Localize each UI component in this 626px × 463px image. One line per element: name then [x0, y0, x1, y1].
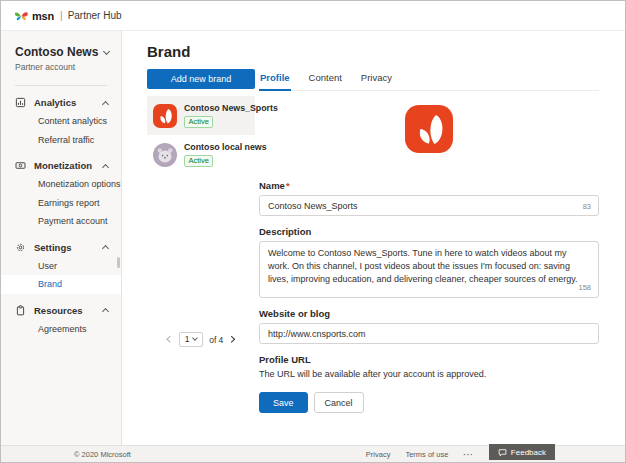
website-label: Website or blog [259, 308, 599, 319]
brand-logo-sports-icon [153, 104, 177, 128]
feedback-label: Feedback [511, 448, 546, 457]
website-input[interactable]: http://www.cnsports.com [259, 323, 599, 344]
sidebar-section-monetization[interactable]: Monetization [1, 156, 121, 175]
feedback-button[interactable]: Feedback [489, 444, 555, 460]
name-field: Name* Contoso News_Sports 83 [259, 180, 599, 216]
sidebar-item-referral-traffic[interactable]: Referral traffic [1, 131, 121, 150]
name-value: Contoso News_Sports [268, 201, 358, 211]
tab-content[interactable]: Content [308, 69, 343, 91]
sidebar-nav: Analytics Content analytics Referral tra… [1, 93, 121, 338]
brand-list-item[interactable]: Contoso News_Sports Active [147, 96, 255, 135]
header-separator: | [60, 10, 63, 21]
profile-url-field: Profile URL The URL will be available af… [259, 354, 599, 379]
copyright-text: © 2020 Microsoft [74, 450, 131, 459]
app-footer: © 2020 Microsoft Privacy Terms of use ··… [1, 445, 625, 462]
sidebar-section-settings[interactable]: Settings [1, 238, 121, 257]
tab-strip: Profile Content Privacy [259, 69, 599, 91]
page-title: Brand [147, 43, 625, 60]
account-name: Contoso News [15, 45, 98, 59]
description-field: Description Welcome to Contoso News_Spor… [259, 226, 599, 298]
sidebar-scrollbar-thumb[interactable] [117, 257, 120, 268]
sidebar-item-content-analytics[interactable]: Content analytics [1, 112, 121, 131]
form-actions: Save Cancel [259, 392, 599, 413]
chevron-up-icon [102, 308, 109, 315]
brand-name: Contoso local news [184, 142, 249, 152]
footer-links: Privacy Terms of use ··· Feedback [366, 446, 555, 462]
status-badge: Active [184, 155, 213, 168]
sidebar-section-analytics[interactable]: Analytics [1, 93, 121, 112]
app-header: msn | Partner Hub [1, 1, 625, 31]
account-type: Partner account [15, 62, 109, 72]
chevron-down-icon [193, 335, 198, 340]
required-mark: * [286, 180, 290, 191]
description-label: Description [259, 226, 599, 237]
chevron-down-icon [103, 47, 110, 54]
app-body: Contoso News Partner account Analytics C… [1, 31, 625, 445]
msn-wordmark: msn [32, 10, 54, 22]
privacy-link[interactable]: Privacy [366, 450, 391, 459]
analytics-icon [15, 97, 26, 108]
status-badge: Active [184, 116, 213, 129]
pagination-page-select[interactable]: 1 [179, 332, 204, 347]
website-value: http://www.cnsports.com [268, 329, 366, 339]
section-label: Analytics [34, 97, 76, 108]
chevron-up-icon [102, 100, 109, 107]
label-text: Name [259, 180, 285, 191]
sidebar-section-resources[interactable]: Resources [1, 301, 121, 320]
brand-logo-sports-icon [405, 105, 453, 153]
brand-name: Contoso News_Sports [184, 103, 249, 113]
brand-meta: Contoso local news Active [184, 142, 249, 167]
sidebar-item-brand[interactable]: Brand [1, 275, 121, 294]
pagination-current-page: 1 [185, 334, 190, 344]
monetization-icon [15, 160, 26, 171]
sidebar-item-monetization-options[interactable]: Monetization options [1, 175, 121, 194]
brand-list-item[interactable]: Contoso local news Active [147, 135, 255, 174]
section-label: Resources [34, 305, 83, 316]
section-label: Monetization [34, 160, 92, 171]
settings-gear-icon [15, 242, 26, 253]
brand-meta: Contoso News_Sports Active [184, 103, 249, 128]
brand-columns: Add new brand Contoso News_Sports Active [147, 69, 625, 413]
brand-list-column: Add new brand Contoso News_Sports Active [147, 69, 255, 351]
website-field: Website or blog http://www.cnsports.com [259, 308, 599, 344]
profile-url-note: The URL will be available after your acc… [259, 369, 599, 379]
save-button[interactable]: Save [259, 392, 308, 413]
name-char-counter: 83 [583, 202, 591, 211]
terms-of-use-link[interactable]: Terms of use [405, 450, 448, 459]
pagination-next-icon[interactable] [228, 336, 234, 342]
brand-pagination: 1 of 4 [147, 332, 255, 351]
brand-profile-panel: Profile Content Privacy Name* [259, 69, 625, 413]
sidebar-divider [15, 85, 107, 86]
account-block: Contoso News Partner account [1, 31, 121, 72]
tab-privacy[interactable]: Privacy [360, 69, 393, 91]
name-label: Name* [259, 180, 599, 191]
sidebar-item-agreements[interactable]: Agreements [1, 320, 121, 339]
brand-logo-local-news-icon [153, 143, 177, 167]
add-new-brand-button[interactable]: Add new brand [147, 69, 255, 89]
main-content: Brand Add new brand Contoso News_Sports [122, 31, 625, 445]
description-input[interactable]: Welcome to Contoso News_Sports. Tune in … [259, 241, 599, 298]
description-value: Welcome to Contoso News_Sports. Tune in … [268, 248, 578, 284]
msn-butterfly-icon [14, 10, 29, 22]
account-selector[interactable]: Contoso News [15, 45, 109, 59]
app-window: msn | Partner Hub Contoso News Partner a… [0, 0, 626, 463]
msn-logo[interactable]: msn | Partner Hub [14, 10, 122, 22]
section-label: Settings [34, 242, 71, 253]
chevron-up-icon [102, 245, 109, 252]
pagination-of-label: of 4 [209, 335, 223, 345]
resources-icon [15, 305, 26, 316]
sidebar-item-user[interactable]: User [1, 257, 121, 276]
header-product-name: Partner Hub [68, 10, 122, 21]
sidebar: Contoso News Partner account Analytics C… [1, 31, 122, 445]
speech-bubble-icon [498, 448, 507, 457]
name-input[interactable]: Contoso News_Sports 83 [259, 195, 599, 216]
more-options-icon[interactable]: ··· [463, 450, 474, 459]
chevron-up-icon [102, 163, 109, 170]
cancel-button[interactable]: Cancel [314, 392, 364, 413]
pagination-prev-icon[interactable] [167, 336, 173, 342]
tab-profile[interactable]: Profile [259, 69, 291, 91]
sidebar-item-earnings-report[interactable]: Earnings report [1, 194, 121, 213]
sidebar-item-payment-account[interactable]: Payment account [1, 212, 121, 231]
description-char-counter: 158 [578, 283, 591, 294]
profile-url-label: Profile URL [259, 354, 599, 365]
